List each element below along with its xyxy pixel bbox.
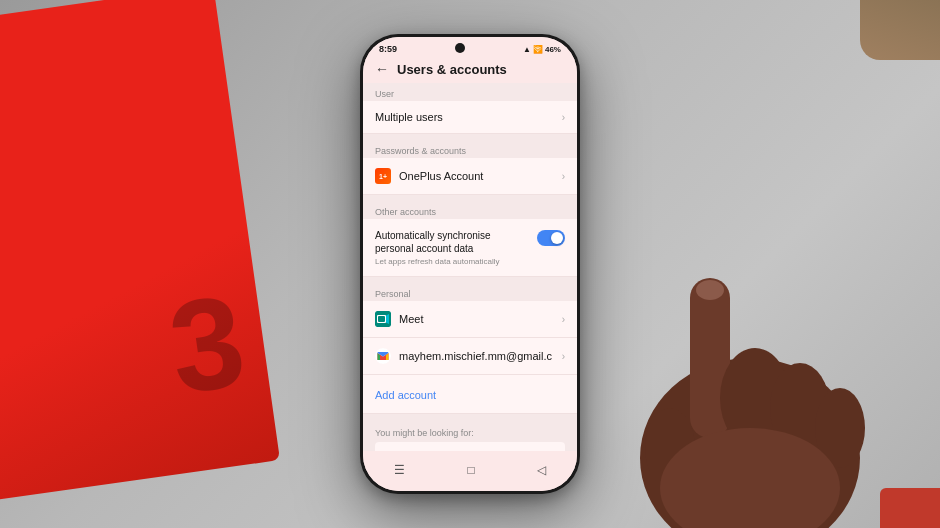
sync-toggle[interactable] [537, 230, 565, 246]
oneplus-account-chevron: › [562, 171, 565, 182]
users-section-header: User [363, 83, 577, 101]
red-box-number: 3 [162, 275, 252, 414]
phone-wrapper: 8:59 ▲ 🛜 46% ← Users & accounts [360, 34, 580, 494]
other-section-header: Other accounts [363, 201, 577, 219]
sync-title: Automatically synchronise personal accou… [375, 229, 529, 255]
status-bar: 8:59 ▲ 🛜 46% [363, 37, 577, 57]
system-cloner-item[interactable]: System Cloner [375, 442, 565, 451]
looking-for-header: You might be looking for: [375, 428, 565, 438]
meet-icon [375, 311, 391, 327]
multiple-users-item[interactable]: Multiple users › [363, 101, 577, 134]
screen-content: 8:59 ▲ 🛜 46% ← Users & accounts [363, 37, 577, 491]
sync-text-block: Automatically synchronise personal accou… [375, 229, 529, 266]
bottom-nav: ☰ □ ◁ [363, 451, 577, 491]
phone-device: 8:59 ▲ 🛜 46% ← Users & accounts [360, 34, 580, 494]
oneplus-account-label: OnePlus Account [399, 170, 483, 182]
hand-prop [610, 198, 890, 528]
gmail-item-left: mayhem.mischief.mm@gmail.c [375, 348, 552, 364]
meet-chevron: › [562, 314, 565, 325]
multiple-users-label: Multiple users [375, 111, 443, 123]
looking-for-section: You might be looking for: System Cloner [363, 420, 577, 451]
svg-rect-3 [378, 316, 385, 322]
gmail-account-label: mayhem.mischief.mm@gmail.c [399, 350, 552, 362]
passwords-section-header: Passwords & accounts [363, 140, 577, 158]
red-box-prop: 3 [0, 0, 280, 503]
nav-menu-button[interactable]: ☰ [382, 459, 417, 481]
nav-back-button[interactable]: ◁ [525, 459, 558, 481]
sync-item: Automatically synchronise personal accou… [363, 219, 577, 277]
nav-home-button[interactable]: □ [455, 459, 486, 481]
meet-label: Meet [399, 313, 423, 325]
oneplus-account-left: 1+ OnePlus Account [375, 168, 483, 184]
scene: 3 8:59 ▲ 🛜 46% [0, 0, 940, 528]
status-icons: ▲ 🛜 46% [523, 45, 561, 54]
svg-point-11 [696, 280, 724, 300]
gmail-account-item[interactable]: mayhem.mischief.mm@gmail.c › [363, 338, 577, 375]
meet-item-left: Meet [375, 311, 423, 327]
status-time: 8:59 [379, 44, 397, 54]
oneplus-icon: 1+ [375, 168, 391, 184]
sync-subtitle: Let apps refresh data automatically [375, 257, 529, 266]
page-title: Users & accounts [397, 62, 507, 77]
battery-text: 46% [545, 45, 561, 54]
google-icon [375, 348, 391, 364]
wifi-icon: 🛜 [533, 45, 543, 54]
multiple-users-chevron: › [562, 112, 565, 123]
add-account-label[interactable]: Add account [375, 389, 436, 401]
oneplus-account-item[interactable]: 1+ OnePlus Account › [363, 158, 577, 195]
add-account-row[interactable]: Add account [363, 375, 577, 414]
camera-notch [455, 43, 465, 53]
top-bar: ← Users & accounts [363, 57, 577, 83]
corner-decoration-tr [860, 0, 940, 60]
signal-icon: ▲ [523, 45, 531, 54]
phone-screen: 8:59 ▲ 🛜 46% ← Users & accounts [363, 37, 577, 491]
gmail-account-chevron: › [562, 351, 565, 362]
meet-item[interactable]: Meet › [363, 301, 577, 338]
personal-section-header: Personal [363, 283, 577, 301]
settings-content: User Multiple users › Passwords & accoun… [363, 83, 577, 451]
back-button[interactable]: ← [375, 61, 389, 77]
